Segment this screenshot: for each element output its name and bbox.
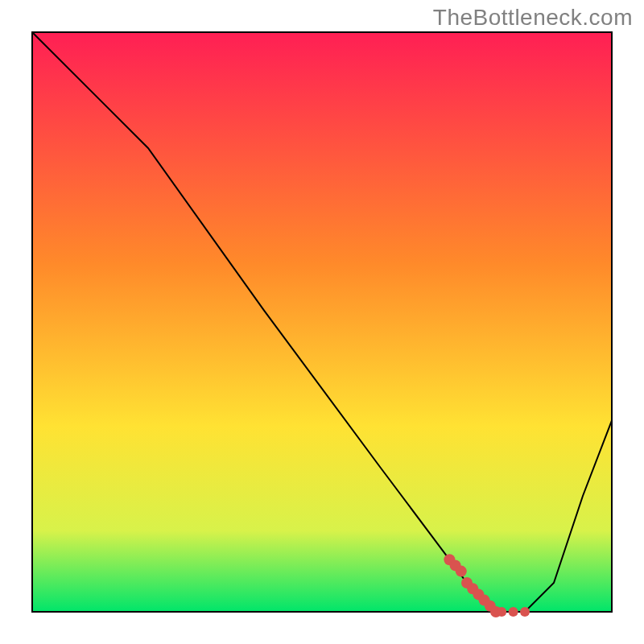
watermark-text: TheBottleneck.com bbox=[433, 5, 633, 31]
marker-dot bbox=[456, 566, 467, 577]
chart-container: TheBottleneck.com bbox=[0, 0, 644, 644]
bottleneck-chart bbox=[0, 0, 644, 644]
marker-dot bbox=[520, 607, 530, 617]
marker-dot bbox=[509, 607, 518, 617]
marker-dot bbox=[497, 607, 506, 617]
